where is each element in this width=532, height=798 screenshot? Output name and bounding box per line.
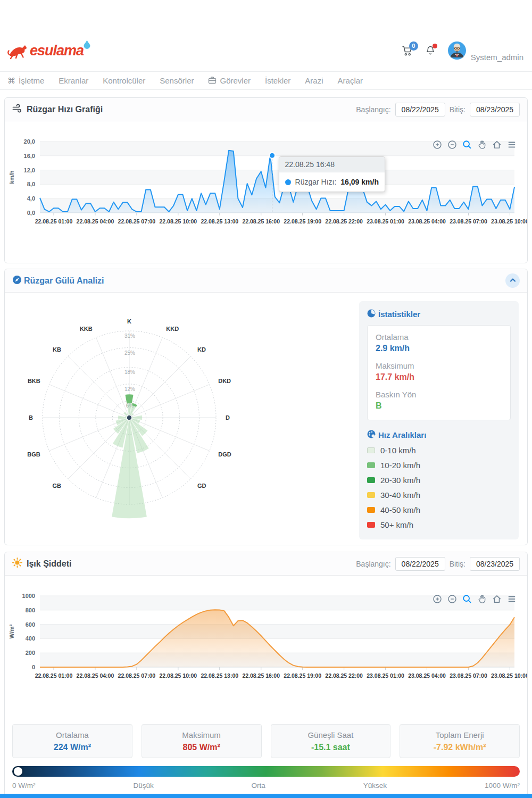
zoom-in-icon[interactable] bbox=[433, 140, 442, 149]
tooltip-time: 22.08.25 16:48 bbox=[279, 157, 385, 172]
svg-text:22.08.25 04:00: 22.08.25 04:00 bbox=[77, 218, 114, 225]
nav-item-3[interactable]: Sensörler bbox=[160, 76, 194, 85]
nav-item-label: Ekranlar bbox=[59, 76, 88, 85]
svg-text:22.08.25 10:00: 22.08.25 10:00 bbox=[160, 672, 197, 679]
scale-knob[interactable] bbox=[14, 767, 22, 776]
cart-count-badge: 0 bbox=[409, 41, 418, 51]
app-header: esulama 0 bbox=[7, 36, 523, 67]
nav-item-1[interactable]: Ekranlar bbox=[59, 76, 88, 85]
svg-text:4,0: 4,0 bbox=[27, 195, 35, 202]
svg-text:DGD: DGD bbox=[218, 451, 231, 458]
stat-value: 17.7 km/h bbox=[376, 372, 502, 382]
wind-chart-area[interactable]: 22.08.25 16:48 Rüzgar Hızı: 16,09 km/h 0… bbox=[5, 135, 527, 263]
wind-rose-chart[interactable]: 6%12%18%25%31%KKKDKDDKDDDGDGDGBBGBBBKBKB… bbox=[12, 294, 359, 539]
svg-text:B: B bbox=[29, 414, 33, 421]
avatar[interactable] bbox=[447, 41, 467, 62]
cart-button[interactable]: 0 bbox=[402, 45, 413, 59]
legend-item: 20-30 km/h bbox=[367, 476, 511, 485]
light-stat-label: Güneşli Saat bbox=[307, 730, 353, 739]
nav-item-6[interactable]: Arazi bbox=[305, 76, 323, 85]
light-stats-row: Ortalama 224 W/m² Maksimum 805 W/m² Güne… bbox=[12, 724, 520, 758]
stat-item: Maksimum 17.7 km/h bbox=[376, 361, 502, 382]
selection-zoom-icon[interactable] bbox=[462, 594, 472, 604]
pan-icon[interactable] bbox=[477, 140, 487, 149]
light-stat-box: Güneşli Saat -15.1 saat bbox=[271, 724, 391, 758]
svg-text:22.08.25 10:00: 22.08.25 10:00 bbox=[160, 218, 197, 225]
light-stat-label: Ortalama bbox=[56, 730, 89, 739]
stat-item: Ortalama 2.9 km/h bbox=[376, 332, 502, 353]
wind-icon bbox=[12, 104, 22, 115]
app-logo[interactable]: esulama bbox=[7, 41, 90, 62]
wind-start-date-input[interactable] bbox=[395, 103, 445, 117]
tooltip-series-label: Rüzgar Hızı: bbox=[295, 178, 337, 186]
svg-text:BKB: BKB bbox=[28, 378, 40, 384]
scale-label: Düşük bbox=[133, 782, 153, 789]
svg-text:22.08.25 19:00: 22.08.25 19:00 bbox=[284, 672, 321, 679]
nav-item-2[interactable]: Kontrolcüler bbox=[103, 76, 145, 85]
legend-label: 50+ km/h bbox=[380, 520, 413, 529]
zoom-out-icon[interactable] bbox=[447, 594, 457, 604]
light-stat-box: Maksimum 805 W/m² bbox=[142, 724, 262, 758]
light-chart-area[interactable]: 02004006008001000W/m²22.08.25 01:0022.08… bbox=[5, 589, 527, 717]
scale-label: 0 W/m² bbox=[12, 782, 36, 789]
svg-text:23.08.25 04:00: 23.08.25 04:00 bbox=[408, 218, 446, 225]
nav-item-0[interactable]: ⌘İşletme bbox=[7, 76, 44, 86]
collapse-button[interactable] bbox=[505, 273, 520, 288]
notifications-button[interactable] bbox=[425, 45, 436, 59]
zoom-in-icon[interactable] bbox=[433, 594, 442, 604]
light-chart-svg[interactable]: 02004006008001000W/m²22.08.25 01:0022.08… bbox=[6, 589, 527, 702]
legend-swatch bbox=[367, 492, 375, 498]
home-icon[interactable] bbox=[492, 140, 502, 149]
logo-text: esulama bbox=[30, 41, 84, 60]
rose-side-panel: İstatistikler Ortalama 2.9 km/h Maksimum… bbox=[359, 301, 519, 539]
legend-swatch bbox=[367, 522, 375, 528]
legend-swatch bbox=[367, 507, 375, 513]
svg-text:KKD: KKD bbox=[166, 326, 179, 332]
start-date-label: Başlangıç: bbox=[356, 560, 390, 568]
svg-text:22.08.25 16:00: 22.08.25 16:00 bbox=[242, 672, 280, 679]
wind-chart-toolbar bbox=[433, 140, 517, 149]
pan-icon[interactable] bbox=[477, 594, 487, 604]
tooltip-value: 16,09 km/h bbox=[340, 178, 379, 186]
compass-icon bbox=[12, 275, 22, 287]
stat-value: B bbox=[376, 401, 502, 411]
stats-heading: İstatistikler bbox=[378, 310, 420, 319]
zoom-out-icon[interactable] bbox=[447, 140, 457, 149]
legend-label: 20-30 km/h bbox=[380, 476, 420, 485]
wind-end-date-input[interactable] bbox=[470, 103, 520, 117]
menu-icon[interactable] bbox=[507, 594, 517, 604]
intensity-scale: 0 W/m²DüşükOrtaYüksek1000 W/m² bbox=[12, 766, 520, 789]
legend-item: 10-20 km/h bbox=[367, 461, 511, 470]
light-start-date-input[interactable] bbox=[395, 557, 445, 571]
wind-rose-svg[interactable]: 6%12%18%25%31%KKKDKDDKDDDGDGDGBBGBBBKBKB… bbox=[12, 294, 353, 531]
legend-item: 40-50 km/h bbox=[367, 505, 511, 514]
nav-item-4[interactable]: Görevler bbox=[208, 76, 251, 86]
svg-text:W/m²: W/m² bbox=[9, 624, 15, 638]
nav-item-5[interactable]: İstekler bbox=[265, 76, 290, 85]
scale-label: Orta bbox=[252, 782, 265, 789]
svg-text:1000: 1000 bbox=[22, 593, 35, 599]
legend-item: 0-10 km/h bbox=[367, 446, 511, 455]
selection-zoom-icon[interactable] bbox=[462, 140, 472, 149]
light-end-date-input[interactable] bbox=[470, 557, 520, 571]
end-date-label: Bitiş: bbox=[450, 105, 466, 114]
svg-text:16,0: 16,0 bbox=[24, 153, 35, 159]
menu-icon[interactable] bbox=[507, 140, 517, 149]
nav-item-7[interactable]: Araçlar bbox=[338, 76, 363, 85]
home-icon[interactable] bbox=[492, 594, 502, 604]
stats-heading-row: İstatistikler bbox=[367, 309, 511, 319]
svg-text:BGB: BGB bbox=[27, 451, 40, 458]
svg-text:18%: 18% bbox=[124, 369, 135, 375]
svg-text:12,0: 12,0 bbox=[24, 167, 35, 173]
rose-card-title: Rüzgar Gülü Analizi bbox=[24, 276, 104, 286]
light-card-title-row: Işık Şiddeti bbox=[12, 558, 71, 570]
water-drop-icon bbox=[84, 39, 90, 51]
svg-text:8,0: 8,0 bbox=[27, 181, 35, 187]
svg-text:DKD: DKD bbox=[218, 378, 231, 384]
wind-chart-svg[interactable]: 0,04,08,012,016,020,0km/h22.08.25 01:002… bbox=[6, 135, 527, 248]
svg-text:KD: KD bbox=[197, 346, 206, 353]
username-label: System_admin bbox=[471, 53, 523, 62]
legend-label: 0-10 km/h bbox=[380, 446, 416, 455]
svg-text:D: D bbox=[226, 414, 230, 421]
intensity-gradient-bar bbox=[12, 766, 520, 777]
